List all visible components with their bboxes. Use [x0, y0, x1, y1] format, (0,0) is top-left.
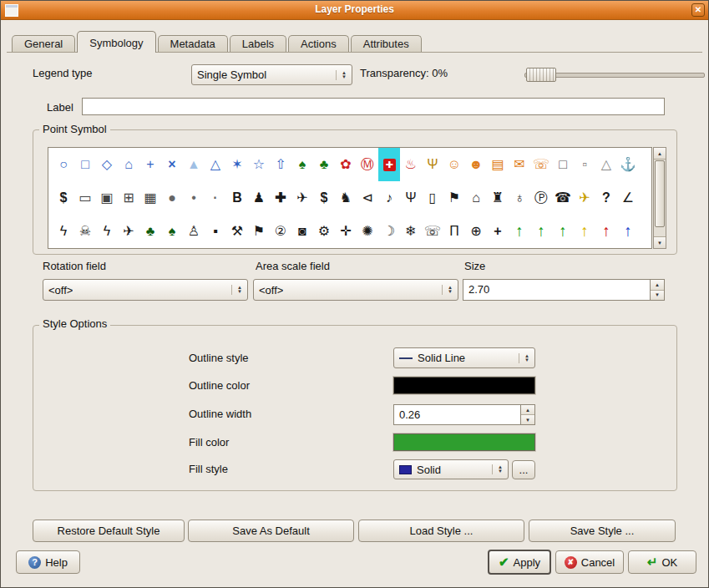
tab-attributes[interactable]: Attributes: [351, 35, 422, 52]
point-symbol-gas-pump[interactable]: ▯: [422, 181, 443, 215]
point-symbol-pentagon[interactable]: ⌂: [118, 148, 139, 181]
point-symbol-dollar[interactable]: $: [53, 181, 74, 215]
point-symbol-plus-black[interactable]: +: [487, 215, 509, 248]
point-symbol-arrow-up-red[interactable]: ↑: [595, 215, 617, 248]
point-symbol-arrow-up-yellow[interactable]: ↑: [574, 215, 595, 248]
point-symbol-wallet[interactable]: ▭: [74, 181, 96, 215]
point-symbol-telephone[interactable]: ☎: [552, 181, 574, 215]
fill-color-button[interactable]: [393, 433, 535, 451]
ok-button[interactable]: ↵ OK: [628, 550, 696, 574]
point-symbol-circle-medium[interactable]: •: [183, 181, 205, 215]
rotation-field-select[interactable]: <off> ▲▼: [43, 279, 248, 301]
point-symbol-circle[interactable]: ○: [53, 148, 74, 181]
point-symbol-skater[interactable]: ϟ: [96, 215, 118, 248]
point-symbol-plane-small[interactable]: ✈: [291, 181, 313, 215]
cancel-button[interactable]: ✘ Cancel: [555, 550, 624, 574]
point-symbol-envelope[interactable]: ✉: [509, 148, 530, 181]
size-spin-down-button[interactable]: ▼: [651, 291, 664, 301]
outline-width-spinbox[interactable]: 0.26 ▲ ▼: [393, 404, 535, 425]
point-symbol-dollar-2[interactable]: $: [313, 181, 335, 215]
point-symbol-circled-camera[interactable]: ◙: [291, 215, 313, 248]
point-symbol-star-filled[interactable]: ✶: [226, 148, 248, 181]
point-symbol-hot-springs[interactable]: ♨: [400, 148, 422, 181]
point-symbol-plus[interactable]: +: [139, 148, 161, 181]
save-as-default-button[interactable]: Save As Default: [188, 520, 354, 542]
point-symbol-airport[interactable]: ✈: [118, 215, 139, 248]
point-symbol-circle-large[interactable]: ●: [161, 181, 183, 215]
point-symbol-circled-cross[interactable]: ✛: [335, 215, 357, 248]
point-symbol-phone-orange[interactable]: ☏: [530, 148, 552, 181]
point-symbol-fish[interactable]: ⊲: [357, 181, 378, 215]
size-spin-up-button[interactable]: ▲: [651, 280, 664, 291]
point-symbol-pedestrian[interactable]: ♙: [183, 215, 205, 248]
point-symbol-tree-conifer[interactable]: ♠: [291, 148, 313, 181]
point-symbol-small-black-square[interactable]: ▪: [205, 215, 226, 248]
point-symbol-music-note[interactable]: ♪: [378, 181, 400, 215]
point-symbol-flower[interactable]: ✿: [335, 148, 357, 181]
tab-metadata[interactable]: Metadata: [158, 35, 228, 52]
point-symbol-medical-cross[interactable]: ✚: [270, 181, 291, 215]
point-symbol-corner-flag[interactable]: ⚑: [248, 215, 270, 248]
point-symbol-camera[interactable]: ▣: [96, 181, 118, 215]
point-symbol-triangle-gray[interactable]: △: [595, 148, 617, 181]
point-symbol-skier[interactable]: ϟ: [53, 215, 74, 248]
scroll-down-button[interactable]: ▼: [654, 236, 666, 248]
point-symbol-crosshair[interactable]: ⊕: [465, 215, 487, 248]
outline-width-spin-up-button[interactable]: ▲: [521, 405, 534, 415]
point-symbol-moon[interactable]: ☽: [378, 215, 400, 248]
point-symbol-swiss-cross[interactable]: ✚: [378, 148, 400, 181]
tab-symbology[interactable]: Symbology: [77, 31, 155, 53]
point-symbol-utensils[interactable]: Ψ: [400, 181, 422, 215]
label-input[interactable]: [82, 98, 665, 115]
point-symbol-house[interactable]: ⌂: [465, 181, 487, 215]
point-symbol-arrow-up-green-3[interactable]: ↑: [552, 215, 574, 248]
point-symbol-triangle-filled[interactable]: ▲: [183, 148, 205, 181]
point-symbol-question[interactable]: ?: [595, 181, 617, 215]
point-symbol-arrow-up-green-1[interactable]: ↑: [509, 215, 530, 248]
point-symbol-triangle[interactable]: △: [205, 148, 226, 181]
point-symbol-cross-x[interactable]: ×: [161, 148, 183, 181]
point-symbol-parking[interactable]: Ⓟ: [530, 181, 552, 215]
point-symbol-tree-pine[interactable]: ♠: [161, 215, 183, 248]
point-symbol-pickaxe[interactable]: ⚒: [226, 215, 248, 248]
point-symbol-skull-crossbones[interactable]: ☠: [74, 215, 96, 248]
point-symbol-circled-two[interactable]: ②: [270, 215, 291, 248]
point-symbol-square-outline[interactable]: □: [552, 148, 574, 181]
point-symbol-tree-dark[interactable]: ♣: [139, 215, 161, 248]
point-symbol-bank[interactable]: Π: [443, 215, 465, 248]
apply-button[interactable]: ✔ Apply: [488, 550, 551, 575]
point-symbol-diamond[interactable]: ◇: [96, 148, 118, 181]
point-symbol-building[interactable]: ▦: [139, 181, 161, 215]
point-symbol-deer[interactable]: ♞: [335, 181, 357, 215]
point-symbol-arrow-up-green-2[interactable]: ↑: [530, 215, 552, 248]
save-style-button[interactable]: Save Style ...: [529, 520, 676, 542]
point-symbol-gear[interactable]: ⚙: [313, 215, 335, 248]
tab-general[interactable]: General: [12, 35, 75, 52]
point-symbol-dot[interactable]: ·: [205, 181, 226, 215]
point-symbol-small-square[interactable]: ▫: [574, 148, 595, 181]
point-symbol-circled-phone[interactable]: ☏: [422, 215, 443, 248]
point-symbol-arrow-up-blue[interactable]: ↑: [617, 215, 639, 248]
outline-style-select[interactable]: Solid Line ▲▼: [393, 347, 535, 368]
load-style-button[interactable]: Load Style ...: [358, 520, 524, 542]
point-symbol-car[interactable]: ⊞: [118, 181, 139, 215]
point-symbol-face-filled[interactable]: ☻: [465, 148, 487, 181]
symbol-scrollbar[interactable]: ▲ ▼: [653, 147, 666, 249]
titlebar[interactable]: Layer Properties ✕: [1, 1, 708, 20]
outline-color-button[interactable]: [393, 377, 535, 394]
tab-labels[interactable]: Labels: [230, 35, 286, 52]
help-button[interactable]: ? Help: [16, 550, 80, 574]
point-symbol-face[interactable]: ☺: [443, 148, 465, 181]
point-symbol-people[interactable]: ♟: [248, 181, 270, 215]
point-symbol-star[interactable]: ☆: [248, 148, 270, 181]
fill-style-select[interactable]: Solid ▲▼: [393, 459, 509, 479]
point-symbol-snowflake[interactable]: ❄: [400, 215, 422, 248]
point-symbol-tower[interactable]: ♜: [487, 181, 509, 215]
point-symbol-arrow-up-outline[interactable]: ⇧: [270, 148, 291, 181]
fill-style-more-button[interactable]: ...: [512, 460, 535, 479]
point-symbol-document[interactable]: ▤: [487, 148, 509, 181]
point-symbol-b-symbol[interactable]: B: [226, 181, 248, 215]
legend-type-select[interactable]: Single Symbol ▲▼: [191, 64, 352, 85]
outline-width-spin-down-button[interactable]: ▼: [521, 415, 534, 424]
point-symbol-balloon[interactable]: ♁: [509, 181, 530, 215]
